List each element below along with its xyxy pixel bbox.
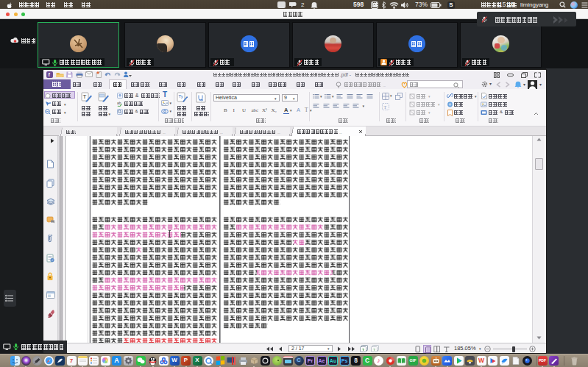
svg-text:Ty: Ty: [179, 94, 183, 99]
svg-text:T: T: [384, 105, 387, 110]
svg-text:T: T: [83, 93, 87, 100]
svg-text:ab: ab: [117, 101, 121, 105]
